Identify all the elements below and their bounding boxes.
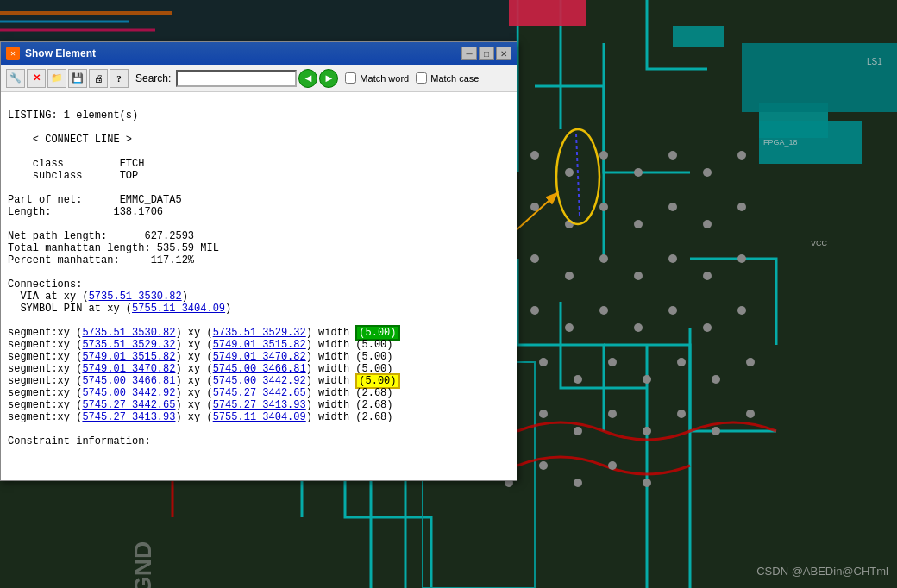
match-word-checkbox[interactable] [345,72,356,84]
print-button[interactable]: 🖨 [89,69,108,88]
svg-text:VCC: VCC [811,239,828,247]
seg2-coord1[interactable]: 5749.01 3515.82 [82,351,175,363]
part-of-net-label: Part of net: [8,194,82,206]
match-case-label: Match case [430,73,479,84]
svg-point-12 [565,168,574,177]
svg-point-26 [565,272,574,280]
segment-5: segment:xy (5745.00 3442.92) xy (5745.27… [8,387,393,399]
dialog-title: Show Element [25,47,460,59]
show-element-dialog: ✕ Show Element ─ □ ✕ 🔧 ✕ 📁 💾 🖨 ? Search:… [0,41,518,481]
svg-point-31 [737,254,746,263]
svg-point-55 [539,461,548,470]
seg0-coord1[interactable]: 5735.51 3530.82 [82,327,175,339]
svg-point-16 [703,168,712,177]
dialog-icon: ✕ [6,47,20,60]
svg-point-35 [634,323,643,332]
svg-point-36 [668,306,677,315]
svg-text:LS1: LS1 [867,57,882,66]
seg7-coord1[interactable]: 5745.27 3413.93 [82,411,175,423]
svg-point-33 [565,323,574,332]
svg-point-30 [703,272,712,280]
match-case-checkbox[interactable] [416,72,427,84]
segment-7: segment:xy (5745.27 3413.93) xy (5755.11… [8,411,393,423]
seg5-coord1[interactable]: 5745.00 3442.92 [82,387,175,399]
svg-point-39 [539,358,548,366]
svg-point-43 [677,358,686,366]
maximize-button[interactable]: □ [479,47,494,60]
seg2-coord2[interactable]: 5749.01 3470.82 [213,351,306,363]
class-label: class [33,158,120,170]
connection1-link[interactable]: 5735.51 3530.82 [89,291,182,303]
seg6-coord1[interactable]: 5745.27 3442.65 [82,399,175,411]
svg-point-42 [643,375,651,384]
svg-point-37 [703,323,712,332]
svg-rect-66 [509,0,586,26]
wrench-button[interactable]: 🔧 [6,69,25,88]
seg0-coord2[interactable]: 5735.51 3529.32 [213,327,306,339]
svg-point-41 [608,358,617,366]
svg-text:GND: GND [129,541,156,588]
svg-point-20 [599,203,608,211]
connection2-link[interactable]: 5755.11 3404.09 [132,303,225,315]
seg4-coord1[interactable]: 5745.00 3466.81 [82,375,175,387]
match-word-label: Match word [360,73,409,84]
svg-point-47 [574,427,582,435]
segment-3: segment:xy (5749.01 3470.82) xy (5745.00… [8,363,393,375]
net-path-label: Net path length: [8,230,107,242]
search-input[interactable] [176,70,297,87]
svg-point-52 [746,410,755,418]
svg-point-17 [737,151,746,160]
watermark: CSDN @ABEDin@CHTml [756,565,888,578]
total-manhattan-value: 535.59 MIL [157,242,219,254]
part-of-net-value: EMMC_DATA5 [120,194,182,206]
length-value: 138.1706 [113,206,163,218]
constraint-line: Constraint information: [8,435,151,447]
watermark-text: CSDN @ABEDin@CHTml [756,565,888,578]
svg-point-32 [530,306,539,315]
close-button[interactable]: ✕ [496,47,511,60]
svg-point-28 [634,272,643,280]
match-case-group: Match case [416,72,479,84]
svg-point-49 [643,427,651,435]
percent-manhattan-value: 117.12% [151,254,194,266]
svg-point-29 [668,254,677,263]
seg5-coord2[interactable]: 5745.27 3442.65 [213,387,306,399]
content-area[interactable]: LISTING: 1 element(s) < CONNECT LINE > c… [1,92,517,480]
subclass-label: subclass [33,170,120,182]
length-label: Length: [8,206,51,218]
save-button[interactable]: 💾 [68,69,87,88]
net-path-value: 627.2593 [144,230,194,242]
minimize-button[interactable]: ─ [461,47,477,60]
listing-line: LISTING: 1 element(s) [8,109,138,122]
svg-point-57 [608,461,617,470]
svg-point-14 [634,168,643,177]
seg6-coord2[interactable]: 5745.27 3413.93 [213,399,306,411]
svg-point-25 [530,254,539,263]
next-nav-button[interactable]: ► [319,69,338,88]
help-button[interactable]: ? [110,69,129,88]
seg3-coord2[interactable]: 5745.00 3466.81 [213,363,306,375]
percent-manhattan-label: Percent manhattan: [8,254,120,266]
svg-point-58 [643,479,651,487]
total-manhattan-label: Total manhattan length: [8,242,151,254]
seg4-coord2[interactable]: 5745.00 3442.92 [213,375,306,387]
prev-nav-button[interactable]: ◄ [298,69,317,88]
subclass-value: TOP [120,170,139,182]
svg-point-56 [574,479,582,487]
seg7-coord2[interactable]: 5755.11 3404.09 [213,411,306,423]
seg3-coord1[interactable]: 5749.01 3470.82 [82,363,175,375]
x-button[interactable]: ✕ [27,69,46,88]
connections-header: Connections: [8,278,82,291]
svg-point-15 [668,151,677,160]
toolbar: 🔧 ✕ 📁 💾 🖨 ? Search: ◄ ► Match word Match… [1,65,517,92]
svg-point-46 [539,410,548,418]
seg1-coord2[interactable]: 5749.01 3515.82 [213,339,306,351]
segment-6: segment:xy (5745.27 3442.65) xy (5745.27… [8,399,393,411]
svg-text:FPGA_18: FPGA_18 [763,138,798,147]
search-label: Search: [135,72,171,84]
segment-1: segment:xy (5735.51 3529.32) xy (5749.01… [8,339,393,351]
seg1-coord1[interactable]: 5735.51 3529.32 [82,339,175,351]
svg-point-34 [599,306,608,315]
folder-button[interactable]: 📁 [47,69,66,88]
svg-point-27 [599,254,608,263]
